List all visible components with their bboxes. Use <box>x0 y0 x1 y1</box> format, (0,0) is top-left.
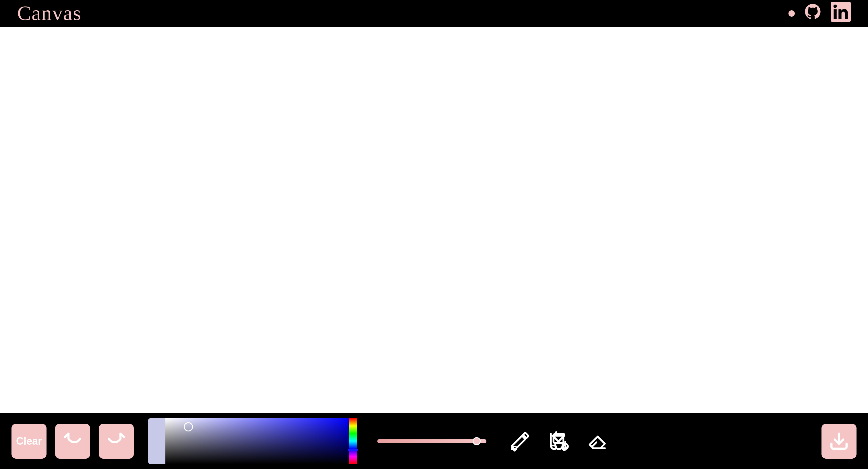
github-icon[interactable] <box>803 2 822 24</box>
color-swatch[interactable] <box>148 418 165 464</box>
brush-size-control[interactable] <box>377 439 487 443</box>
app-header: Canvas <box>0 0 868 27</box>
eraser-tool-button[interactable] <box>587 430 609 452</box>
brush-tool-button[interactable] <box>509 430 531 452</box>
app-title: Canvas <box>17 1 82 25</box>
fill-bucket-tool-button[interactable] <box>548 430 570 452</box>
color-picker[interactable] <box>148 418 357 464</box>
hue-handle <box>348 449 358 451</box>
brush-size-thumb <box>473 437 480 445</box>
brush-size-slider[interactable] <box>377 439 487 443</box>
clear-button[interactable]: Clear <box>11 424 46 459</box>
header-icons <box>788 2 851 25</box>
status-dot <box>788 10 795 16</box>
download-button[interactable] <box>822 424 857 459</box>
toolbar: Clear <box>0 413 868 469</box>
undo-button[interactable] <box>55 424 90 459</box>
linkedin-icon[interactable] <box>831 2 851 25</box>
drawing-canvas[interactable] <box>0 27 868 413</box>
color-gradient-picker[interactable] <box>165 418 349 464</box>
redo-button[interactable] <box>99 424 134 459</box>
hue-slider[interactable] <box>349 418 357 464</box>
gradient-handle[interactable] <box>184 422 193 431</box>
tool-icons <box>509 430 609 452</box>
